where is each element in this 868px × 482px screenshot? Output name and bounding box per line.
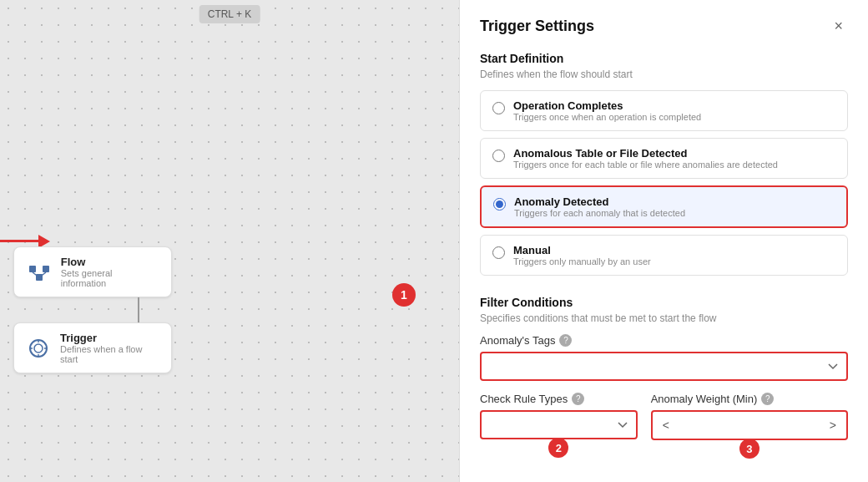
start-definition-title: Start Definition — [480, 52, 848, 65]
panel-title: Trigger Settings — [480, 18, 594, 35]
anomaly-weight-label: Anomaly Weight (Min) ? — [651, 393, 848, 405]
check-rule-types-wrapper: 2 — [480, 410, 638, 439]
flow-node-subtitle: Sets general information — [61, 268, 159, 288]
check-rule-types-field: Check Rule Types ? 2 — [480, 393, 638, 440]
option-anomaly-detected[interactable]: Anomaly Detected Triggers for each anoma… — [480, 185, 848, 228]
trigger-node-icon — [26, 335, 52, 362]
anomaly-weight-field: Anomaly Weight (Min) ? < > 3 — [651, 393, 848, 440]
start-definition-section: Start Definition Defines when the flow s… — [480, 52, 848, 282]
start-definition-subtitle: Defines when the flow should start — [480, 68, 848, 80]
panel-header: Trigger Settings × — [480, 17, 848, 35]
flow-node-title: Flow — [61, 256, 159, 268]
svg-point-6 — [34, 344, 43, 353]
check-rule-types-help-icon[interactable]: ? — [572, 393, 584, 405]
anomaly-tags-help-icon[interactable]: ? — [559, 334, 572, 347]
trigger-node[interactable]: Trigger Defines when a flow start — [13, 322, 172, 373]
anomaly-weight-wrapper: < > 3 — [651, 410, 848, 440]
trigger-node-title: Trigger — [60, 332, 159, 344]
badge-2: 2 — [548, 438, 568, 458]
anomaly-weight-stepper[interactable]: < > — [651, 410, 848, 440]
svg-rect-0 — [29, 266, 36, 272]
close-button[interactable]: × — [829, 17, 848, 35]
anomaly-tags-label: Anomaly's Tags ? — [480, 334, 848, 347]
option-m-desc: Triggers only manually by an user — [513, 256, 651, 266]
trigger-node-subtitle: Defines when a flow start — [60, 344, 159, 364]
option-at-desc: Triggers once for each table or file whe… — [513, 160, 778, 170]
filter-conditions-title: Filter Conditions — [480, 296, 848, 309]
radio-manual[interactable] — [492, 246, 505, 259]
flow-node-icon — [26, 259, 53, 286]
radio-operation-completes[interactable] — [492, 102, 505, 114]
arrow-line — [0, 240, 38, 242]
two-col-fields: Check Rule Types ? 2 Anomaly Weight (Min… — [480, 393, 848, 440]
anomaly-tags-select[interactable] — [480, 352, 848, 381]
option-ad-desc: Triggers for each anomaly that is detect… — [514, 208, 685, 218]
ctrl-k-badge: CTRL + K — [199, 5, 260, 23]
canvas-area: CTRL + K Flow Sets general information — [0, 0, 459, 482]
option-operation-completes[interactable]: Operation Completes Triggers once when a… — [480, 90, 848, 131]
stepper-prev-button[interactable]: < — [653, 412, 679, 439]
trigger-settings-panel: Trigger Settings × Start Definition Defi… — [459, 0, 868, 482]
badge-3: 3 — [739, 439, 760, 459]
option-at-title: Anomalous Table or File Detected — [513, 147, 778, 160]
radio-anomaly-detected[interactable] — [493, 198, 506, 211]
svg-rect-1 — [43, 266, 49, 272]
check-rule-types-select[interactable] — [480, 410, 638, 439]
trigger-node-text: Trigger Defines when a flow start — [60, 332, 159, 364]
option-oc-title: Operation Completes — [513, 99, 701, 112]
option-ad-title: Anomaly Detected — [514, 195, 685, 208]
node-connector — [138, 297, 139, 322]
stepper-next-button[interactable]: > — [820, 412, 846, 439]
option-anomalous-table[interactable]: Anomalous Table or File Detected Trigger… — [480, 138, 848, 179]
option-manual[interactable]: Manual Triggers only manually by an user — [480, 235, 848, 276]
filter-conditions-subtitle: Specifies conditions that must be met to… — [480, 312, 848, 324]
option-m-title: Manual — [513, 244, 651, 256]
option-oc-desc: Triggers once when an operation is compl… — [513, 112, 701, 122]
filter-conditions-section: Filter Conditions Specifies conditions t… — [480, 296, 848, 440]
badge-1: 1 — [392, 283, 416, 307]
stepper-value-input[interactable] — [679, 413, 820, 439]
flow-node[interactable]: Flow Sets general information — [13, 246, 172, 297]
flow-node-text: Flow Sets general information — [61, 256, 159, 288]
check-rule-types-label: Check Rule Types ? — [480, 393, 638, 405]
anomaly-weight-help-icon[interactable]: ? — [761, 393, 774, 405]
radio-anomalous-table[interactable] — [492, 150, 505, 162]
